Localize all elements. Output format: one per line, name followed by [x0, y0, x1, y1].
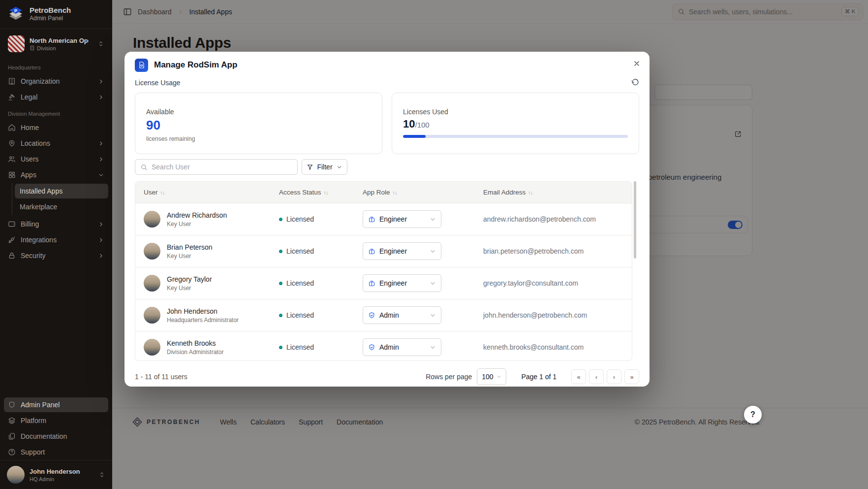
sidebar-item-home[interactable]: Home: [4, 120, 108, 135]
sidebar-item-support[interactable]: Support: [4, 445, 108, 459]
svg-text:P: P: [14, 8, 17, 13]
chevron-right-icon: [98, 94, 104, 100]
user-cell: Gregory Taylor Key User: [135, 275, 279, 292]
search-icon: [140, 163, 148, 171]
chevron-right-icon: [98, 140, 104, 147]
status-dot-icon: [279, 218, 282, 221]
sidebar-item-security[interactable]: Security: [4, 248, 108, 263]
help-circle-icon: [8, 448, 16, 456]
status-label: Licensed: [286, 343, 314, 351]
email-cell: andrew.richardson@petrobench.com: [483, 215, 632, 223]
user-avatar: [144, 211, 160, 228]
sidebar-item-apps[interactable]: Apps: [4, 167, 108, 182]
used-label: Licenses Used: [403, 108, 628, 116]
role-select[interactable]: Admin: [363, 338, 441, 356]
table-row: Gregory Taylor Key User Licensed Enginee…: [135, 267, 632, 299]
table-scrollbar[interactable]: [634, 181, 636, 259]
shield-check-icon: [368, 344, 375, 351]
help-button[interactable]: ?: [744, 406, 762, 424]
role-select[interactable]: Admin: [363, 306, 441, 324]
lock-icon: [8, 252, 16, 260]
table-row: Kenneth Brooks Division Administrator Li…: [135, 331, 632, 361]
profile-role: HQ Admin: [30, 476, 80, 482]
search-user-input[interactable]: Search User: [135, 159, 298, 175]
users-icon: [8, 155, 16, 163]
role-select[interactable]: Engineer: [363, 274, 441, 292]
section-label-headquarters: Headquarters: [0, 59, 112, 73]
status-label: Licensed: [286, 279, 314, 287]
chevrons-up-down-icon: [98, 471, 105, 478]
home-icon: [8, 124, 16, 131]
email-cell: brian.peterson@petrobench.com: [483, 247, 632, 255]
user-subtitle: Division Administrator: [167, 349, 223, 356]
manage-app-modal: Manage RodSim App License Usage Availabl…: [124, 52, 650, 387]
chevron-down-icon: [430, 248, 436, 255]
rodsim-app-icon: [135, 59, 148, 72]
user-name: Brian Peterson: [167, 243, 213, 251]
brand: P PetroBench Admin Panel: [0, 0, 112, 29]
last-page-button[interactable]: »: [624, 369, 639, 384]
apps-submenu: Installed Apps Marketplace: [12, 183, 108, 215]
access-status-cell: Licensed: [279, 311, 363, 319]
status-label: Licensed: [286, 311, 314, 319]
sidebar-item-documentation[interactable]: Documentation: [4, 429, 108, 444]
user-avatar: [144, 307, 160, 324]
sidebar-item-platform[interactable]: Platform: [4, 413, 108, 428]
available-caption: licenses remaining: [146, 135, 371, 142]
role-label: Admin: [379, 343, 426, 351]
licenses-used-card: Licenses Used 10 /100: [392, 93, 639, 154]
user-subtitle: Key User: [167, 253, 213, 260]
sidebar-item-organization[interactable]: Organization: [4, 74, 108, 89]
profile-menu[interactable]: John Henderson HQ Admin: [0, 460, 112, 489]
gavel-icon: [8, 93, 16, 101]
sidebar-item-locations[interactable]: Locations: [4, 136, 108, 151]
profile-name: John Henderson: [30, 468, 80, 475]
sort-icon: ↑↓: [528, 190, 532, 196]
status-label: Licensed: [286, 247, 314, 255]
sidebar-item-users[interactable]: Users: [4, 152, 108, 166]
user-name: Kenneth Brooks: [167, 339, 223, 347]
refresh-icon[interactable]: [631, 79, 639, 87]
sidebar-item-integrations[interactable]: Integrations: [4, 232, 108, 247]
app-role-cell: Admin: [363, 338, 483, 356]
column-header-access-status[interactable]: Access Status↑↓: [279, 189, 363, 196]
sort-icon: ↑↓: [324, 190, 328, 196]
modal-title: Manage RodSim App: [154, 60, 237, 70]
role-select[interactable]: Engineer: [363, 210, 441, 228]
page-indicator: Page 1 of 1: [521, 373, 557, 381]
sidebar-item-billing[interactable]: Billing: [4, 217, 108, 231]
column-header-email[interactable]: Email Address↑↓: [483, 189, 632, 196]
filter-button[interactable]: Filter: [302, 159, 347, 175]
access-status-cell: Licensed: [279, 215, 363, 223]
email-cell: kenneth.brooks@consultant.com: [483, 343, 632, 351]
app-role-cell: Engineer: [363, 242, 483, 260]
sidebar-item-admin-panel[interactable]: Admin Panel: [4, 397, 108, 412]
column-header-app-role[interactable]: App Role↑↓: [363, 189, 483, 196]
chevron-down-icon: [496, 374, 502, 380]
sidebar: P PetroBench Admin Panel North American …: [0, 0, 112, 489]
first-page-button[interactable]: «: [571, 369, 586, 384]
sidebar-item-marketplace[interactable]: Marketplace: [15, 199, 108, 214]
role-label: Engineer: [379, 247, 426, 255]
sort-icon: ↑↓: [160, 190, 165, 196]
close-icon[interactable]: [631, 58, 643, 69]
user-subtitle: Key User: [167, 285, 212, 292]
org-logo-icon: [8, 35, 25, 52]
chevron-right-icon: [98, 253, 104, 259]
sidebar-item-legal[interactable]: Legal: [4, 90, 108, 104]
prev-page-button[interactable]: ‹: [589, 369, 604, 384]
role-label: Admin: [379, 311, 426, 319]
column-header-user[interactable]: User↑↓: [135, 189, 279, 196]
sidebar-item-installed-apps[interactable]: Installed Apps: [15, 184, 108, 198]
status-dot-icon: [279, 282, 282, 285]
app-role-cell: Engineer: [363, 210, 483, 228]
profile-avatar: [7, 466, 25, 484]
org-switcher[interactable]: North American Opera Division: [4, 33, 108, 55]
table-header: User↑↓ Access Status↑↓ App Role↑↓ Email …: [135, 182, 632, 203]
role-select[interactable]: Engineer: [363, 242, 441, 260]
shield-icon: [8, 401, 16, 409]
chevron-down-icon: [98, 172, 104, 178]
rows-per-page-select[interactable]: 100: [477, 368, 506, 385]
user-subtitle: Headquarters Administrator: [167, 317, 239, 324]
next-page-button[interactable]: ›: [607, 369, 621, 384]
